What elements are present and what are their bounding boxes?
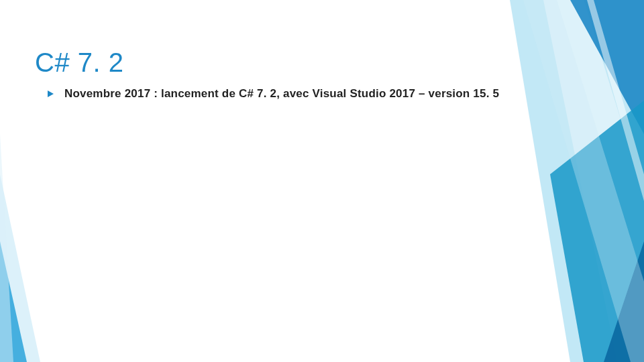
svg-marker-1 <box>0 174 40 362</box>
svg-marker-4 <box>510 0 644 362</box>
svg-marker-7 <box>550 101 644 362</box>
bullet-item: Novembre 2017 : lancement de C# 7. 2, av… <box>46 87 499 101</box>
svg-marker-5 <box>543 0 644 362</box>
svg-marker-3 <box>0 134 13 362</box>
svg-marker-0 <box>48 90 54 97</box>
svg-marker-6 <box>570 0 644 134</box>
svg-marker-10 <box>587 0 644 201</box>
bullet-icon <box>46 89 55 100</box>
svg-marker-2 <box>0 241 27 362</box>
svg-marker-9 <box>523 0 644 362</box>
bullet-text: Novembre 2017 : lancement de C# 7. 2, av… <box>64 87 499 101</box>
decorative-triangles-right <box>470 0 644 362</box>
slide: C# 7. 2 Novembre 2017 : lancement de C# … <box>0 0 644 362</box>
svg-marker-8 <box>604 241 644 362</box>
slide-title: C# 7. 2 <box>35 48 123 78</box>
decorative-triangles-bottom-left <box>0 94 148 362</box>
